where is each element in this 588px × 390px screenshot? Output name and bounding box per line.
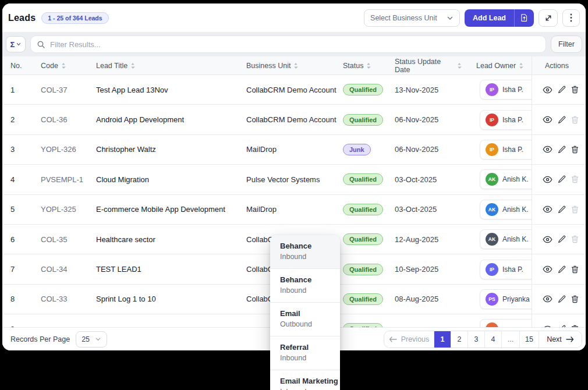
column-header-status-update-date[interactable]: Status Update Date <box>384 58 462 74</box>
edit-icon[interactable] <box>558 116 566 124</box>
sort-icon[interactable] <box>61 62 66 69</box>
delete-icon[interactable] <box>571 205 579 214</box>
add-lead-split-button: Add Lead <box>465 9 534 27</box>
pagination-page-4[interactable]: 4 <box>484 331 501 348</box>
records-per-page-value: 25 <box>82 335 90 343</box>
filter-button[interactable]: Filter <box>551 36 582 53</box>
lead-owner-chip: IPIsha P. <box>480 80 532 100</box>
lead-owner-cell: IPIsha P. <box>462 254 532 283</box>
delete-icon[interactable] <box>571 175 579 183</box>
status-badge: Qualified <box>343 173 383 185</box>
business-unit-select[interactable]: Select Business Unit <box>364 9 460 27</box>
delete-icon[interactable] <box>571 265 579 274</box>
pagination-previous-button[interactable]: Previous <box>384 331 434 348</box>
delete-icon[interactable] <box>571 146 579 154</box>
chevron-down-icon <box>95 336 101 342</box>
expand-fullscreen-button[interactable] <box>539 9 558 27</box>
row-number: 5 <box>2 205 30 214</box>
edit-icon[interactable] <box>558 235 566 243</box>
view-icon[interactable] <box>543 295 552 303</box>
status-cell: Qualified <box>335 293 384 305</box>
row-actions <box>532 314 586 327</box>
column-header-lead-owner[interactable]: Lead Owner <box>462 62 532 70</box>
view-icon[interactable] <box>543 176 552 183</box>
lead-source-dropdown: BehanceInboundBehanceInboundEmailOutboun… <box>270 235 340 390</box>
lead-owner-name: Anish K. <box>502 205 529 214</box>
column-header-label: No. <box>10 62 22 70</box>
lead-source-option[interactable]: BehanceInbound <box>270 235 340 269</box>
delete-icon[interactable] <box>571 295 579 303</box>
lead-title: Sprint Log 1 to 10 <box>86 295 236 303</box>
delete-icon[interactable] <box>571 235 579 243</box>
lead-owner-chip <box>480 319 532 327</box>
table-row: 1COL-37Test App Lead 13NovCollabCRM Demo… <box>2 75 586 105</box>
add-lead-button[interactable]: Add Lead <box>465 9 514 27</box>
lead-source-option[interactable]: ReferralInbound <box>270 336 340 370</box>
chevron-down-icon <box>16 42 21 47</box>
column-header-lead-title[interactable]: Lead Title <box>86 62 236 70</box>
sort-icon[interactable] <box>366 62 371 69</box>
summary-sigma-button[interactable]: Σ <box>6 36 26 52</box>
sort-icon[interactable] <box>519 62 523 69</box>
edit-icon[interactable] <box>558 265 566 274</box>
pagination-page-2[interactable]: 2 <box>451 331 467 348</box>
import-leads-button[interactable] <box>514 9 534 27</box>
more-options-button[interactable] <box>562 9 580 27</box>
row-number: 7 <box>2 265 30 274</box>
view-icon[interactable] <box>543 146 552 153</box>
lead-owner-chip: IPIsha P. <box>480 260 532 279</box>
next-label: Next <box>547 335 562 343</box>
pagination-page-15[interactable]: 15 <box>519 331 539 348</box>
lead-code: COL-36 <box>30 115 86 124</box>
lead-owner-cell: IPIsha P. <box>462 75 532 104</box>
pagination-page-3[interactable]: 3 <box>467 331 484 348</box>
avatar: AK <box>486 173 498 186</box>
lead-owner-cell: AKAnish K. <box>462 165 532 194</box>
lead-owner-cell: IPIsha P. <box>462 105 532 134</box>
add-lead-label: Add Lead <box>473 14 506 22</box>
view-icon[interactable] <box>543 205 552 213</box>
row-actions <box>532 135 586 164</box>
column-header-label: Code <box>41 62 58 70</box>
view-icon[interactable] <box>543 116 552 123</box>
status-update-date: 13-Nov-2025 <box>384 86 462 94</box>
search-box <box>30 36 546 53</box>
column-header-status[interactable]: Status <box>335 62 384 70</box>
edit-icon[interactable] <box>558 205 566 214</box>
records-per-page-select[interactable]: 25 <box>76 331 107 348</box>
sort-icon[interactable] <box>130 62 135 69</box>
column-header-business-unit[interactable]: Business Unit <box>236 62 335 70</box>
avatar: IP <box>486 83 498 96</box>
avatar: IP <box>486 263 498 276</box>
lead-source-option[interactable]: BehanceInbound <box>270 269 340 303</box>
delete-icon[interactable] <box>571 116 579 124</box>
filter-bar: Σ Filter <box>2 32 586 56</box>
business-unit: CollabCRM Demo Account <box>236 86 335 94</box>
edit-icon[interactable] <box>558 295 566 303</box>
pagination-page-dotdotdot[interactable]: ... <box>501 331 519 348</box>
edit-icon[interactable] <box>558 86 566 94</box>
row-number: 2 <box>2 115 30 124</box>
lead-owner-chip: AKAnish K. <box>480 169 532 189</box>
view-icon[interactable] <box>543 236 552 243</box>
pagination-next-button[interactable]: Next <box>539 331 582 348</box>
business-unit-select-value: Select Business Unit <box>370 14 437 22</box>
lead-owner-cell: AKAnish K. <box>462 195 532 224</box>
search-input[interactable] <box>50 40 540 49</box>
avatar: IP <box>486 114 498 126</box>
view-icon[interactable] <box>543 86 552 94</box>
column-header-label: Actions <box>545 62 569 70</box>
pagination-page-1[interactable]: 1 <box>434 331 451 348</box>
row-actions <box>532 105 586 134</box>
sort-icon[interactable] <box>293 62 298 69</box>
status-update-date: 10-Sep-2025 <box>384 265 462 274</box>
sort-icon[interactable] <box>457 62 462 69</box>
lead-source-option[interactable]: Email MarketingInbound <box>270 370 340 390</box>
edit-icon[interactable] <box>558 175 566 183</box>
column-header-code[interactable]: Code <box>30 62 86 70</box>
lead-owner-chip: IPIsha P. <box>480 140 532 159</box>
lead-source-option[interactable]: EmailOutbound <box>270 303 340 336</box>
delete-icon[interactable] <box>571 86 579 94</box>
view-icon[interactable] <box>543 265 552 273</box>
edit-icon[interactable] <box>558 146 566 154</box>
